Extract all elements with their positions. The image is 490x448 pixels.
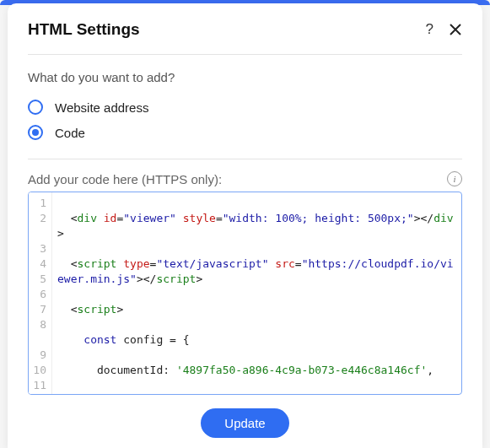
add-type-radio-group: Website address Code (28, 94, 462, 159)
code-label-row: Add your code here (HTTPS only): i (28, 171, 462, 186)
update-button[interactable]: Update (201, 408, 288, 438)
code-editor[interactable]: 1 2 3 4 5 6 7 8 9 10 11 <div id="viewer"… (28, 192, 462, 395)
html-settings-modal: HTML Settings ? What do you want to add?… (8, 3, 482, 448)
info-icon[interactable]: i (447, 171, 462, 186)
radio-label: Code (55, 126, 85, 140)
line-gutter: 1 2 3 4 5 6 7 8 9 10 11 (29, 192, 52, 394)
header-actions: ? (426, 21, 462, 38)
add-prompt: What do you want to add? (28, 70, 462, 84)
action-row: Update (28, 408, 462, 438)
radio-indicator (28, 100, 43, 115)
modal-title: HTML Settings (28, 20, 140, 39)
radio-indicator (28, 125, 43, 140)
radio-code[interactable]: Code (28, 120, 462, 145)
code-input-label: Add your code here (HTTPS only): (28, 172, 222, 186)
help-icon[interactable]: ? (426, 21, 433, 38)
modal-header: HTML Settings ? (28, 20, 462, 55)
radio-label: Website address (55, 100, 148, 115)
code-content[interactable]: <div id="viewer" style="width: 100%; hei… (52, 192, 461, 394)
radio-website-address[interactable]: Website address (28, 94, 462, 120)
close-icon[interactable] (449, 23, 462, 36)
